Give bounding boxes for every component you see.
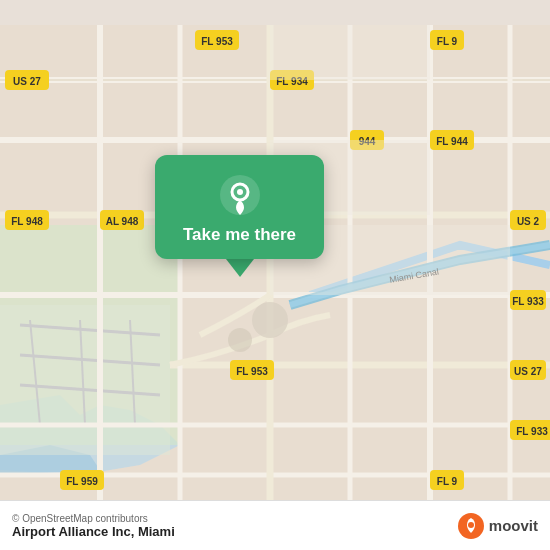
svg-text:US 2: US 2 (517, 216, 540, 227)
svg-text:FL 953: FL 953 (201, 36, 233, 47)
location-name: Airport Alliance Inc, Miami (12, 524, 175, 539)
tooltip-arrow (226, 259, 254, 277)
svg-text:US 27: US 27 (514, 366, 542, 377)
svg-rect-62 (430, 225, 510, 295)
svg-text:FL 953: FL 953 (236, 366, 268, 377)
svg-rect-2 (0, 305, 170, 455)
map-container: US 27 FL 953 FL 934 FL 9 944 FL 944 FL 9… (0, 0, 550, 550)
location-tooltip[interactable]: Take me there (155, 155, 324, 277)
location-pin-icon (218, 173, 262, 217)
svg-text:FL 9: FL 9 (437, 36, 458, 47)
moovit-text: moovit (489, 517, 538, 534)
svg-text:US 27: US 27 (13, 76, 41, 87)
svg-point-54 (252, 302, 288, 338)
svg-text:FL 9: FL 9 (437, 476, 458, 487)
svg-text:AL 948: AL 948 (106, 216, 139, 227)
svg-text:FL 948: FL 948 (11, 216, 43, 227)
svg-point-65 (237, 189, 243, 195)
moovit-logo: moovit (457, 512, 538, 540)
svg-text:FL 933: FL 933 (512, 296, 544, 307)
svg-rect-56 (270, 25, 350, 80)
svg-text:FL 959: FL 959 (66, 476, 98, 487)
svg-point-55 (228, 328, 252, 352)
svg-text:FL 933: FL 933 (516, 426, 548, 437)
svg-point-67 (468, 522, 474, 528)
svg-text:FL 944: FL 944 (436, 136, 468, 147)
moovit-icon (457, 512, 485, 540)
copyright-text: © OpenStreetMap contributors (12, 513, 175, 524)
svg-rect-57 (350, 25, 430, 80)
svg-rect-61 (350, 225, 430, 295)
tooltip-box[interactable]: Take me there (155, 155, 324, 259)
svg-rect-58 (350, 140, 430, 215)
bottom-bar: © OpenStreetMap contributors Airport All… (0, 500, 550, 550)
take-me-there-label: Take me there (183, 225, 296, 245)
